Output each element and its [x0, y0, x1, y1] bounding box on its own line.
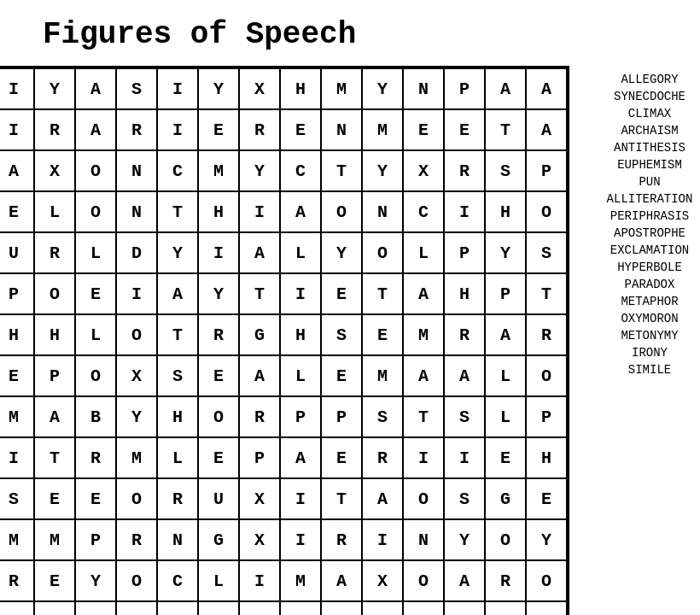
grid-row: ELONTHIAONCIHO	[0, 191, 567, 232]
grid-cell: M	[403, 314, 444, 355]
grid-cell: A	[321, 560, 362, 601]
grid-cell: T	[485, 109, 526, 150]
word-item: METAPHOR	[621, 295, 678, 308]
grid-cell: P	[526, 396, 567, 437]
grid-cell: P	[75, 519, 116, 560]
grid-cell: Y	[485, 601, 526, 615]
word-item: HYPERBOLE	[617, 261, 682, 274]
grid-cell: S	[526, 232, 567, 273]
word-item: OXYMORON	[621, 312, 678, 325]
grid-cell: H	[75, 601, 116, 615]
grid-cell: A	[280, 191, 321, 232]
grid-cell: Y	[444, 519, 485, 560]
word-item: ARCHAISM	[621, 124, 678, 138]
grid-cell: Y	[75, 560, 116, 601]
grid-cell: P	[239, 437, 280, 478]
grid-cell: N	[157, 519, 198, 560]
grid-cell: G	[485, 478, 526, 519]
grid-cell: T	[321, 478, 362, 519]
grid-cell: I	[444, 437, 485, 478]
grid-cell: E	[157, 601, 198, 615]
grid-cell: D	[116, 232, 157, 273]
grid-cell: L	[34, 191, 75, 232]
word-item: EUPHEMISM	[617, 158, 682, 172]
grid-cell: E	[280, 109, 321, 150]
word-item: EXCLAMATION	[610, 243, 689, 257]
grid-cell: I	[280, 519, 321, 560]
grid-cell: E	[0, 355, 34, 396]
grid-cell: R	[75, 437, 116, 478]
grid-cell: S	[444, 478, 485, 519]
grid-cell: I	[444, 191, 485, 232]
grid-row: AXONCMYCTYXRSP	[0, 150, 567, 191]
grid-cell: E	[403, 601, 444, 615]
grid-cell: M	[280, 560, 321, 601]
grid-cell: C	[280, 150, 321, 191]
grid-cell: A	[239, 355, 280, 396]
grid-cell: E	[198, 355, 239, 396]
grid-cell: N	[321, 109, 362, 150]
grid-cell: U	[0, 232, 34, 273]
grid-cell: M	[34, 519, 75, 560]
grid-cell: I	[239, 191, 280, 232]
grid-cell: B	[75, 396, 116, 437]
grid-cell: Y	[116, 396, 157, 437]
grid-cell: O	[198, 396, 239, 437]
grid-cell: M	[362, 355, 403, 396]
grid-cell: A	[403, 355, 444, 396]
grid-cell: R	[321, 519, 362, 560]
word-item: ALLEGORY	[621, 73, 678, 86]
grid-cell: X	[239, 519, 280, 560]
grid-cell: P	[485, 273, 526, 314]
grid-cell: R	[0, 560, 34, 601]
grid-cell: O	[362, 232, 403, 273]
grid-cell: I	[0, 437, 34, 478]
grid-cell: O	[485, 519, 526, 560]
word-item: PUN	[639, 175, 660, 189]
grid-cell: N	[116, 601, 157, 615]
grid-cell: O	[280, 601, 321, 615]
grid-row: HHLOTRGHSEMRAR	[0, 314, 567, 355]
grid-cell: A	[526, 109, 567, 150]
grid-cell: R	[485, 560, 526, 601]
word-item: METONYMY	[621, 329, 678, 343]
grid-cell: A	[280, 437, 321, 478]
grid-cell: T	[157, 314, 198, 355]
grid-cell: R	[157, 478, 198, 519]
grid-cell: L	[280, 355, 321, 396]
grid-cell: T	[362, 273, 403, 314]
grid-cell: Y	[239, 150, 280, 191]
grid-cell: R	[34, 109, 75, 150]
grid-cell: E	[34, 560, 75, 601]
grid-cell: E	[75, 273, 116, 314]
grid-cell: P	[444, 232, 485, 273]
word-item: SIMILE	[628, 363, 671, 377]
grid-cell: I	[362, 519, 403, 560]
grid-row: URLDYIALYOLPYS	[0, 232, 567, 273]
grid-cell: E	[34, 478, 75, 519]
grid-cell: Y	[157, 232, 198, 273]
grid-cell: R	[239, 109, 280, 150]
grid-cell: H	[526, 437, 567, 478]
grid-cell: I	[0, 109, 34, 150]
grid-cell: H	[157, 396, 198, 437]
grid-cell: H	[280, 68, 321, 109]
grid-cell: R	[198, 314, 239, 355]
grid-cell: L	[157, 437, 198, 478]
grid-cell: E	[321, 355, 362, 396]
grid-cell: H	[280, 314, 321, 355]
grid-row: MABYHORPPSTSLP	[0, 396, 567, 437]
grid-row: IYASIYXHMYNPAA	[0, 68, 567, 109]
grid-cell: L	[403, 232, 444, 273]
grid-cell: T	[403, 396, 444, 437]
grid-cell: E	[485, 437, 526, 478]
grid-cell: M	[198, 150, 239, 191]
grid-cell: T	[157, 191, 198, 232]
grid-cell: H	[34, 314, 75, 355]
grid-cell: A	[403, 273, 444, 314]
grid-cell: I	[403, 437, 444, 478]
grid-cell: T	[526, 273, 567, 314]
grid-cell: N	[403, 519, 444, 560]
grid-cell: X	[362, 560, 403, 601]
word-item: ANTITHESIS	[614, 141, 685, 155]
